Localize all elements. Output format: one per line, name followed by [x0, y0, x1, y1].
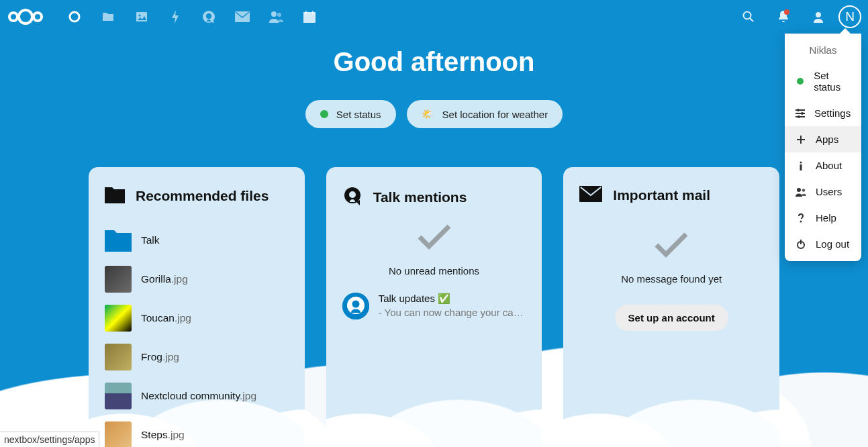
file-list: Talk Gorilla.jpg Toucan.jpg Frog.jpg Nex…: [105, 221, 289, 447]
dropdown-about[interactable]: About: [785, 152, 861, 179]
svg-point-38: [352, 301, 359, 308]
mention-item[interactable]: Talk updates ✅ - You can now change your…: [342, 293, 526, 319]
nav-contacts[interactable]: [259, 0, 293, 34]
nav-photos[interactable]: [125, 0, 158, 34]
mention-subtitle: - You can now change your came…: [379, 307, 526, 318]
image-thumb: [105, 305, 132, 332]
svg-point-3: [70, 12, 79, 21]
file-name: Nextcloud community.jpg: [141, 390, 256, 402]
card-title: Talk mentions: [373, 189, 467, 205]
nav-icons: [58, 0, 326, 34]
file-item-gorilla[interactable]: Gorilla.jpg: [105, 260, 289, 299]
user-dropdown: Niklas Set status Settings Apps About Us…: [785, 34, 861, 261]
help-icon: [795, 213, 806, 224]
file-item-nextcloud-community[interactable]: Nextcloud community.jpg: [105, 377, 289, 415]
set-location-button[interactable]: 🌤️ Set location for weather: [407, 100, 563, 128]
file-name: Talk: [141, 234, 160, 246]
contacts-menu-icon[interactable]: [804, 2, 833, 32]
nav-mail[interactable]: [226, 0, 259, 34]
svg-point-18: [816, 12, 821, 17]
nextcloud-logo[interactable]: [7, 7, 44, 27]
dropdown-users[interactable]: Users: [785, 179, 861, 205]
greeting-title: Good afternoon: [0, 47, 868, 77]
plus-icon: [795, 135, 806, 144]
file-item-talk[interactable]: Talk: [105, 221, 289, 260]
check-icon: [653, 232, 689, 258]
status-dot-icon: [320, 110, 328, 118]
file-name: Steps.jpg: [141, 429, 185, 441]
svg-point-31: [800, 220, 802, 222]
notifications-icon[interactable]: [769, 2, 798, 32]
nav-activity[interactable]: [158, 0, 192, 34]
setup-account-button[interactable]: Set up an account: [615, 305, 728, 331]
empty-text: No unread mentions: [342, 265, 526, 277]
svg-point-10: [277, 13, 281, 17]
folder-icon: [105, 186, 125, 206]
nav-calendar[interactable]: [293, 0, 326, 34]
card-important-mail: Important mail No message found yet Set …: [563, 167, 779, 447]
pill-row: Set status 🌤️ Set location for weather: [0, 100, 868, 128]
svg-point-16: [744, 12, 751, 19]
topbar-right: N: [734, 2, 861, 32]
info-icon: [795, 161, 806, 170]
svg-point-9: [271, 11, 277, 17]
svg-point-29: [797, 188, 801, 192]
dropdown-settings[interactable]: Settings: [785, 100, 861, 126]
image-thumb: [105, 344, 132, 370]
topbar: N: [0, 0, 868, 34]
user-avatar[interactable]: N: [838, 5, 861, 28]
card-talk-mentions: Talk mentions No unread mentions Talk up…: [326, 167, 542, 447]
dropdown-logout[interactable]: Log out: [785, 231, 861, 257]
nav-files[interactable]: [91, 0, 125, 34]
set-status-button[interactable]: Set status: [305, 100, 396, 128]
dropdown-label: Set status: [814, 70, 851, 93]
card-header: Talk mentions: [342, 186, 526, 209]
mention-content: Talk updates ✅ - You can now change your…: [379, 293, 526, 318]
card-header: Important mail: [579, 186, 763, 205]
status-dot-icon: [797, 78, 804, 85]
image-thumb: [105, 383, 132, 409]
file-name: Gorilla.jpg: [141, 273, 188, 285]
file-item-frog[interactable]: Frog.jpg: [105, 338, 289, 377]
dropdown-label: Log out: [816, 238, 849, 250]
svg-point-5: [139, 15, 141, 17]
empty-text: No message found yet: [579, 273, 763, 285]
cards-row: Recommended files Talk Gorilla.jpg Touca…: [0, 167, 868, 447]
talk-icon: [342, 186, 363, 209]
dropdown-label: About: [816, 160, 842, 171]
search-icon[interactable]: [734, 2, 763, 32]
empty-state: No unread mentions: [342, 224, 526, 277]
notification-dot: [784, 9, 789, 15]
status-bar-link: nextbox/settings/apps: [0, 432, 99, 447]
file-item-toucan[interactable]: Toucan.jpg: [105, 299, 289, 338]
svg-point-24: [798, 115, 800, 118]
dropdown-help[interactable]: Help: [785, 205, 861, 231]
image-thumb: [105, 266, 132, 293]
file-item-steps[interactable]: Steps.jpg: [105, 415, 289, 447]
dropdown-label: Help: [816, 212, 836, 224]
weather-icon: 🌤️: [422, 108, 434, 120]
dropdown-set-status[interactable]: Set status: [785, 62, 861, 100]
svg-point-27: [800, 161, 802, 163]
pill-label: Set location for weather: [442, 109, 548, 120]
card-header: Recommended files: [105, 186, 289, 206]
svg-rect-28: [800, 164, 802, 170]
mention-title: Talk updates ✅: [379, 293, 526, 305]
dropdown-label: Users: [816, 186, 842, 197]
card-recommended-files: Recommended files Talk Gorilla.jpg Touca…: [89, 167, 305, 447]
svg-point-30: [802, 189, 805, 191]
nav-dashboard[interactable]: [58, 0, 91, 34]
svg-point-7: [206, 13, 211, 19]
image-thumb: [105, 421, 132, 447]
dropdown-username: Niklas: [785, 38, 861, 62]
greeting-section: Good afternoon Set status 🌤️ Set locatio…: [0, 47, 868, 128]
svg-point-0: [9, 13, 17, 21]
card-title: Recommended files: [136, 188, 269, 204]
svg-point-23: [801, 112, 804, 115]
dropdown-apps[interactable]: Apps: [785, 126, 861, 152]
check-icon: [416, 224, 452, 250]
talk-avatar-icon: [342, 293, 369, 319]
empty-state: No message found yet Set up an account: [579, 232, 763, 331]
dropdown-label: Settings: [814, 107, 851, 119]
nav-talk[interactable]: [192, 0, 226, 34]
